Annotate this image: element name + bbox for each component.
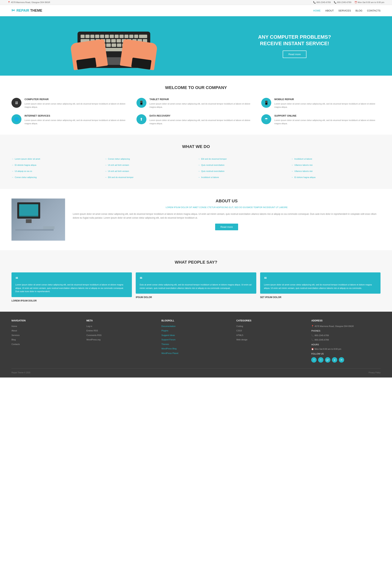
what-item-7: Quis nostrud exercitation xyxy=(198,163,287,167)
footer-meta-login[interactable]: Log in xyxy=(87,325,156,328)
about-subtitle: LOREM IPSUM DOLOR SIT AMET CONSE CTETUR … xyxy=(73,206,380,209)
what-item-8: Ullamco laboris nisi xyxy=(291,163,380,167)
hero-keyboard-visual xyxy=(76,24,152,68)
testimonial-text-2: Duis at amet conse ctetur adipiscing eli… xyxy=(139,283,252,290)
main-nav: HOME ABOUT SERVICES BLOG CONTACTS xyxy=(313,9,380,12)
quote-icon-2: ❝ xyxy=(139,276,252,282)
footer-meta-wp[interactable]: WordPress.org xyxy=(87,338,156,341)
service-internet: 🌐 INTERNET SERVICES Lorem ipsum dolor si… xyxy=(12,114,131,125)
tablet-repair-desc: Lorem ipsum dolor sit amet conse ctetur … xyxy=(150,102,256,109)
what-item-4: Incididunt ut labore xyxy=(291,157,380,161)
what-item-16: Et dolore hagna aliqua xyxy=(291,175,380,179)
facebook-icon[interactable]: f xyxy=(311,357,316,363)
what-item-5: Et dolorie hagna aliqua xyxy=(12,163,101,167)
testimonial-card-1: ❝ Lorem ipsum dolor sit amet conse ctetu… xyxy=(12,272,132,302)
tablet-repair-text: TABLET REPAIR Lorem ipsum dolor sit amet… xyxy=(150,98,256,109)
testimonials-section: WHAT PEOPLE SAY? ❝ Lorem ipsum dolor sit… xyxy=(0,250,392,312)
top-bar: 📍 4578 Marmora Road, Glasgow D04 89GR 📞 … xyxy=(0,0,392,5)
about-read-more-button[interactable]: Read more xyxy=(215,224,238,230)
copyright-text: Repair Theme © 2015 xyxy=(12,371,30,374)
footer-nav-services[interactable]: Services xyxy=(12,334,81,337)
footer-cat-coding[interactable]: Coding xyxy=(236,325,306,328)
computer-repair-icon: 🖥 xyxy=(12,98,21,108)
testimonial-card-bg-2: ❝ Duis at amet conse ctetur adipiscing e… xyxy=(136,272,256,294)
nav-about[interactable]: ABOUT xyxy=(325,9,334,12)
top-bar-left: 📍 4578 Marmora Road, Glasgow D04 89GR xyxy=(8,1,50,4)
footer-nav-contacts[interactable]: Contacts xyxy=(12,343,81,346)
hero-read-more-button[interactable]: Read more xyxy=(283,51,306,58)
footer-phone1: 📞 800-2345-6789 xyxy=(311,334,380,337)
footer-meta: META Log in Entries RSS Comments RSS Wor… xyxy=(87,319,156,363)
footer-blogroll-title: BLOGROLL xyxy=(161,319,231,322)
what-item-3: Elit sed do eiusmod tempor xyxy=(198,157,287,161)
internet-title: INTERNET SERVICES xyxy=(25,114,131,117)
what-item-2: Conse ctetur adipiscing xyxy=(105,157,194,161)
about-image xyxy=(12,199,65,241)
nav-home[interactable]: HOME xyxy=(313,9,321,12)
privacy-link[interactable]: Privacy Policy xyxy=(369,371,380,374)
testimonial-card-bg-3: ❝ Lorem ipsum dolor sit amet conse ctetu… xyxy=(260,272,380,294)
testimonial-card-bg-1: ❝ Lorem ipsum dolor sit amet conse ctetu… xyxy=(12,272,132,297)
mobile-repair-title: MOBILE REPAIR xyxy=(274,98,380,101)
google-plus-icon[interactable]: g+ xyxy=(325,357,330,363)
footer-nav-home[interactable]: Home xyxy=(12,325,81,328)
data-recovery-title: DATA RECOVERY xyxy=(150,114,256,117)
footer-blogroll-support[interactable]: Support Forum xyxy=(161,338,231,341)
footer-cat-html5[interactable]: HTML5 xyxy=(236,334,306,337)
what-item-11: Quis nostrud exercitation xyxy=(198,169,287,173)
internet-icon: 🌐 xyxy=(12,114,21,124)
footer-blogroll: BLOGROLL Documentation Plugins Suggest I… xyxy=(161,319,231,363)
computer-repair-desc: Lorem ipsum dolor sit amet conse ctetur … xyxy=(25,102,131,109)
footer-nav-about[interactable]: About xyxy=(12,329,81,332)
tablet-repair-title: TABLET REPAIR xyxy=(150,98,256,101)
testimonial-card-3: ❝ Lorem ipsum dolor sit amet conse ctetu… xyxy=(260,272,380,302)
welcome-section: WELCOME TO OUR COMPANY 🖥 COMPUTER REPAIR… xyxy=(0,76,392,135)
what-item-15: Incididunt ut labore xyxy=(198,175,287,179)
service-support: ☂ SUPPORT ONLINE Lorem ipsum dolor sit a… xyxy=(261,114,380,125)
footer-cat-css3[interactable]: CSS3 xyxy=(236,329,306,332)
mail-icon[interactable]: ✉ xyxy=(339,357,344,363)
support-desc: Lorem ipsum dolor sit amet conse ctetur … xyxy=(274,119,380,125)
footer-nav-title: NAVIGATION xyxy=(12,319,81,322)
what-item-6: Ut enh ad hinh veniam xyxy=(105,163,194,167)
service-data-recovery: ⬆ DATA RECOVERY Lorem ipsum dolor sit am… xyxy=(137,114,256,125)
desk-placeholder-image xyxy=(12,199,65,241)
screen-shape xyxy=(19,204,38,217)
footer-hours-title: HOURS xyxy=(311,343,380,346)
nav-blog[interactable]: BLOG xyxy=(355,9,362,12)
footer-categories: CATEGORIES Coding CSS3 HTML5 Web design xyxy=(236,319,306,363)
footer-social-title: FOLLOW US xyxy=(311,352,380,356)
footer-blogroll-wpblog[interactable]: WordPress Blog xyxy=(161,347,231,350)
footer-navigation: NAVIGATION Home About Services Blog Cont… xyxy=(12,319,81,363)
footer-address-title: ADDRESS xyxy=(311,319,380,322)
testimonials-title: WHAT PEOPLE SAY? xyxy=(12,260,380,265)
data-recovery-desc: Lorem ipsum dolor sit amet conse ctetur … xyxy=(150,119,256,125)
about-content: ABOUT US LOREM IPSUM DOLOR SIT AMET CONS… xyxy=(73,199,380,230)
internet-text: INTERNET SERVICES Lorem ipsum dolor sit … xyxy=(25,114,131,125)
footer-meta-entries[interactable]: Entries RSS xyxy=(87,329,156,332)
footer-phones-title: PHONES: xyxy=(311,329,380,333)
what-item-14: Elit sed do eiusmod tempor xyxy=(105,175,194,179)
what-we-do-title: WHAT WE DO xyxy=(12,144,380,149)
testimonial-text-1: Lorem ipsum dolor sit amet conse ctetur … xyxy=(15,283,128,293)
hero-content: ANY COMPUTER PROBLEMS? RECEIVE INSTANT S… xyxy=(213,34,377,58)
footer-nav-blog[interactable]: Blog xyxy=(12,338,81,341)
keyboard-shape xyxy=(43,226,55,229)
what-item-1: Lorem ipsum dolor sit amet xyxy=(12,157,101,161)
top-bar-right: 📞 800-2345-6789 📞 800-2345-6789 ⏰ Mon-Sa… xyxy=(313,1,384,4)
footer-grid: NAVIGATION Home About Services Blog Cont… xyxy=(12,319,380,363)
footer-blogroll-themes[interactable]: Themes xyxy=(161,343,231,346)
footer-hours: ⏰ Mon-Sat 8:00 am to 8:00 pm xyxy=(311,347,380,351)
pinterest-icon[interactable]: p xyxy=(332,357,337,363)
footer-blogroll-plugins[interactable]: Plugins xyxy=(161,329,231,332)
nav-services[interactable]: SERVICES xyxy=(338,9,351,12)
internet-desc: Lorem ipsum dolor sit amet conse ctetur … xyxy=(25,119,131,125)
footer-blogroll-suggest[interactable]: Suggest Ideas xyxy=(161,334,231,337)
nav-contacts[interactable]: CONTACTS xyxy=(367,9,380,12)
footer-cat-webdesign[interactable]: Web design xyxy=(236,338,306,341)
twitter-icon[interactable]: t xyxy=(318,357,323,363)
footer-categories-title: CATEGORIES xyxy=(236,319,306,322)
footer-blogroll-wpplanet[interactable]: WordPress Planet xyxy=(161,352,231,355)
footer-meta-comments[interactable]: Comments RSS xyxy=(87,334,156,337)
footer-blogroll-docs[interactable]: Documentation xyxy=(161,325,231,328)
